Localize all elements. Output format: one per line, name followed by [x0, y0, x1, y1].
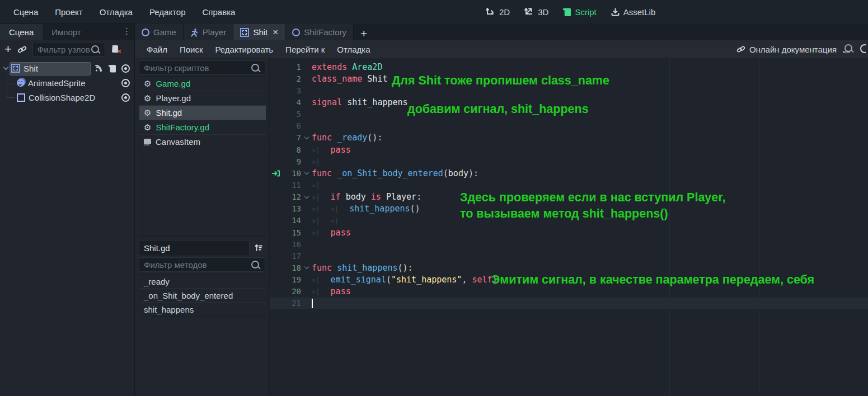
script-menu-файл[interactable]: Файл	[140, 43, 173, 56]
fold-icon[interactable]	[301, 172, 312, 174]
workspace-switcher: 2D3DScriptAssetLib	[486, 0, 655, 23]
main-menu-проект[interactable]: Проект	[48, 5, 89, 19]
code-line[interactable]: 21	[270, 298, 868, 309]
switcher-2d[interactable]: 2D	[486, 7, 510, 17]
code-text: signal shit_happens	[312, 97, 868, 107]
script-filter-input[interactable]: Фильтр скриптов	[139, 60, 265, 75]
script-list-item[interactable]: ⚙Player.gd	[139, 91, 266, 106]
script-list-item[interactable]: ⚙Game.gd	[139, 77, 266, 91]
switcher-3d[interactable]: 3D	[524, 7, 548, 17]
line-number: 11	[282, 181, 301, 190]
search-help-icon[interactable]: DOC	[843, 44, 853, 54]
token-fn: _on_Shit_body_entered	[337, 168, 443, 178]
annotation-text: Для Shit тоже пропишем class_name	[392, 73, 609, 89]
script-name: ShitFactory.gd	[156, 122, 209, 132]
node-filter-input[interactable]: Фильтр узлов	[32, 42, 105, 56]
switcher-assetlib[interactable]: AssetLib	[611, 7, 656, 17]
script-name: Shit.gd	[156, 108, 182, 117]
annotation-text: добавим сигнал, shit_happens	[407, 101, 589, 117]
token-kw: func	[312, 168, 332, 178]
download-icon	[611, 8, 620, 16]
script-list: ⚙Game.gd⚙Player.gd⚙Shit.gd⚙ShitFactory.g…	[139, 76, 266, 149]
token-kw: class_name	[312, 74, 362, 84]
script-list-item[interactable]: ⚙Shit.gd	[139, 106, 266, 120]
code-line[interactable]: 17	[270, 250, 868, 262]
add-script-tab-button[interactable]: +	[354, 27, 374, 40]
script-menu-поиск[interactable]: Поиск	[173, 43, 209, 56]
script-list-item[interactable]: DOCCanvasItem	[139, 135, 266, 149]
gear-icon: ⚙	[144, 79, 151, 88]
close-icon[interactable]: ×	[273, 27, 278, 38]
visibility-icon[interactable]	[121, 93, 130, 102]
dock-tab-импорт[interactable]: Импорт	[43, 24, 90, 40]
visibility-icon[interactable]	[121, 79, 130, 87]
search-icon	[251, 64, 259, 72]
main-menu-сцена[interactable]: Сцена	[7, 5, 45, 19]
script-tab-game[interactable]: Game	[135, 24, 184, 40]
instance-scene-icon[interactable]	[17, 45, 27, 54]
token-pl	[362, 74, 367, 84]
main-menu-редактор[interactable]: Редактор	[143, 5, 193, 19]
script-tab-shit[interactable]: Shit×	[233, 24, 285, 40]
method-list-item[interactable]: shit_happens	[139, 303, 266, 316]
method-list-item[interactable]: _ready	[139, 275, 266, 289]
sort-methods-icon[interactable]	[251, 241, 265, 254]
gear-icon: ⚙	[144, 94, 151, 102]
add-node-button[interactable]: +	[4, 43, 12, 55]
code-editor[interactable]: 1extends Area2D2class_name Shit34signal …	[270, 58, 868, 396]
red-x-badge: ×	[117, 47, 121, 55]
line-number: 20	[282, 287, 301, 296]
tab-marker: »|	[312, 217, 331, 225]
visibility-icon[interactable]	[121, 64, 130, 73]
line-number: 2	[282, 74, 301, 83]
code-line[interactable]: 8»|pass	[270, 144, 868, 155]
tree-row[interactable]: AnimatedSprite	[0, 76, 134, 90]
player-icon	[190, 28, 199, 37]
online-docs-button[interactable]: Онлайн документация	[736, 45, 837, 54]
signal-connection-icon[interactable]	[270, 170, 282, 177]
token-kw: pass	[331, 228, 351, 238]
fold-icon[interactable]	[301, 196, 312, 198]
current-script-field[interactable]: Shit.gd	[139, 240, 250, 256]
tree-row[interactable]: Shit	[0, 61, 134, 76]
fold-icon[interactable]	[301, 267, 312, 268]
method-filter-input[interactable]: Фильтр методов	[139, 257, 265, 272]
code-line[interactable]: 7func _ready():	[270, 132, 868, 144]
fold-icon[interactable]	[301, 137, 312, 139]
script-tab-player[interactable]: Player	[184, 24, 234, 40]
code-line[interactable]: 6	[270, 120, 868, 132]
connection-icon	[272, 170, 280, 177]
token-st: "shit_happens"	[391, 275, 462, 285]
script-menu-перейти-к[interactable]: Перейти к	[279, 43, 331, 56]
gear-icon: ⚙	[144, 109, 151, 117]
code-line[interactable]: 10func _on_Shit_body_entered(body):	[270, 167, 868, 179]
annotation-text: Здесь проверяем если в нас вступил Playe…	[460, 190, 725, 222]
area2d-icon	[11, 64, 20, 73]
main-menu-справка[interactable]: Справка	[196, 5, 242, 19]
code-line[interactable]: 9»|	[270, 155, 868, 167]
detach-script-icon[interactable]: ×	[111, 45, 119, 54]
node-circle-icon	[292, 29, 300, 36]
tab-marker: »|	[312, 147, 331, 154]
code-line[interactable]: 1extends Area2D	[270, 61, 868, 73]
switcher-script[interactable]: Script	[563, 7, 596, 17]
main-menu-отладка[interactable]: Отладка	[93, 5, 139, 19]
script-tab-shitfactory[interactable]: ShitFactory	[285, 24, 354, 40]
dock-tab-сцена[interactable]: Сцена	[0, 24, 43, 40]
method-list-item[interactable]: _on_Shit_body_entered	[139, 289, 266, 303]
switcher-label: Script	[575, 7, 596, 17]
area2d-icon	[240, 28, 249, 37]
main-menus: СценаПроектОтладкаРедакторСправка	[0, 5, 242, 19]
dock-menu-icon[interactable]: ⋮	[123, 27, 131, 35]
script-list-item[interactable]: ⚙ShitFactory.gd	[139, 120, 266, 135]
tree-row[interactable]: CollisionShape2D	[0, 90, 134, 105]
help-icon-partial[interactable]	[860, 44, 866, 54]
collapse-icon[interactable]	[3, 65, 9, 70]
token-ty: Area2D	[352, 62, 382, 72]
line-number: 15	[282, 228, 301, 237]
doc-icon: DOC	[144, 139, 151, 145]
code-line[interactable]: 16	[270, 238, 868, 250]
code-line[interactable]: 15»|pass	[270, 227, 868, 238]
script-menu-отладка[interactable]: Отладка	[331, 43, 376, 56]
script-menu-редактировать[interactable]: Редактировать	[209, 43, 279, 56]
